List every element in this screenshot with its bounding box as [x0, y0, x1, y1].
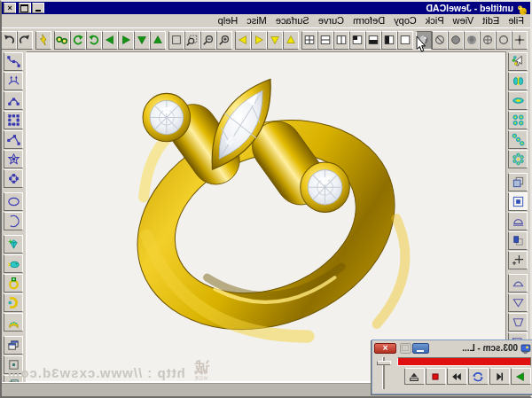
menu-item-deform[interactable]: Deform [348, 14, 389, 27]
ring-stone-button[interactable] [4, 274, 24, 293]
player-minimize-button[interactable] [412, 343, 429, 354]
pan-up-yellow-button[interactable] [283, 31, 299, 50]
edit-box-icon [7, 113, 20, 127]
rotate-up-green-button[interactable] [150, 31, 166, 50]
arc-button[interactable] [4, 212, 24, 230]
container-box-button[interactable] [509, 192, 528, 211]
viewport-canvas[interactable] [26, 51, 506, 382]
zoom-window-icon [186, 34, 199, 46]
player-window[interactable]: 003.scm - L... × [372, 339, 532, 394]
split-vertical-button[interactable] [333, 31, 349, 50]
zoom-extents-button[interactable] [168, 31, 184, 50]
split-quad-button[interactable] [301, 31, 317, 50]
circle-slash-button[interactable] [432, 31, 448, 50]
point-crosshair-button[interactable] [512, 31, 528, 50]
player-eject-button[interactable] [404, 368, 425, 385]
ellipse-button[interactable] [4, 192, 24, 211]
zoom-in-button[interactable] [216, 31, 232, 50]
menu-item-help[interactable]: Help [214, 14, 243, 27]
rotate-down-green-button[interactable] [134, 31, 150, 50]
player-loop-button[interactable] [468, 368, 489, 385]
pan-left-yellow-button[interactable] [251, 31, 267, 50]
menu-item-view[interactable]: View [449, 14, 479, 27]
player-skip-start-button[interactable] [489, 368, 510, 385]
viewport-right-button[interactable] [381, 31, 397, 50]
window-overlap-button[interactable] [4, 375, 24, 382]
window-cascade-icon [7, 339, 20, 352]
menu-item-copy[interactable]: Copy [389, 14, 421, 27]
player-transport [395, 368, 532, 385]
curve-tangent-button[interactable] [4, 72, 24, 90]
title-bar[interactable]: untitled - JewelCAD × [2, 2, 530, 14]
shape-dome-button[interactable] [509, 274, 528, 293]
undo-button[interactable] [17, 31, 33, 50]
gem-pair-button[interactable] [509, 72, 528, 90]
curve-freeform-button[interactable] [4, 52, 24, 71]
menu-item-edit[interactable]: Edit [478, 14, 504, 27]
menu-item-curve[interactable]: Curve [314, 14, 348, 27]
copy-object-button[interactable] [509, 173, 528, 191]
pan-down-yellow-button[interactable] [267, 31, 283, 50]
player-stop-button[interactable] [426, 368, 446, 385]
rotate-up-green-icon [152, 34, 164, 46]
gem-flat-button[interactable] [509, 91, 528, 110]
player-progress-bar[interactable] [397, 357, 531, 366]
close-button[interactable]: × [4, 3, 16, 13]
view-glasses-button[interactable] [54, 31, 70, 50]
menu-item-surface[interactable]: Surface [271, 14, 314, 27]
gem-circle-button[interactable] [509, 150, 528, 168]
volume-thumb[interactable] [377, 361, 391, 365]
point-add-button[interactable] [509, 251, 528, 269]
player-fast-forward-button[interactable] [447, 368, 467, 385]
pan-right-yellow-button[interactable] [235, 31, 251, 50]
maximize-button[interactable] [19, 3, 31, 13]
shape-trapezoid-button[interactable] [509, 313, 528, 332]
ring-shank-button[interactable] [4, 293, 24, 312]
gem-flat-icon [512, 94, 525, 107]
player-volume-slider[interactable] [372, 355, 395, 393]
rotate-right-green-button[interactable] [102, 31, 118, 50]
redo-button[interactable] [1, 31, 17, 50]
sphere-shaded-mesh-button[interactable] [464, 31, 480, 50]
viewport-single-button[interactable] [397, 31, 413, 50]
gem-diagonal-button[interactable] [509, 130, 528, 149]
orbit-cw-button[interactable] [70, 31, 86, 50]
snap-lightning-button[interactable] [35, 31, 51, 50]
player-maximize-button[interactable] [400, 343, 411, 354]
menu-item-pick[interactable]: Pick [421, 14, 449, 27]
render-shaded-button[interactable] [416, 31, 432, 50]
window-cascade-button[interactable] [4, 336, 24, 355]
window-center-button[interactable] [4, 355, 24, 374]
fish-model-button[interactable] [4, 254, 24, 273]
curve-points-button[interactable] [4, 91, 24, 110]
player-title-bar[interactable]: 003.scm - L... × [372, 340, 532, 355]
minimize-button[interactable] [32, 3, 44, 13]
gem-grid-button[interactable] [509, 111, 528, 129]
polyline-button[interactable] [4, 130, 24, 149]
circle-cross-button[interactable] [480, 31, 496, 50]
split-horizontal-button[interactable] [317, 31, 333, 50]
circle-points-button[interactable] [4, 169, 24, 188]
viewport-bottom-button[interactable] [365, 31, 381, 50]
player-close-button[interactable]: × [374, 343, 396, 354]
player-play-button[interactable] [511, 368, 531, 385]
circle-solid-button[interactable] [448, 31, 464, 50]
gear-profile-button[interactable] [4, 150, 24, 168]
fish-model-icon [7, 257, 20, 270]
gem-stone-button[interactable] [4, 235, 24, 254]
zoom-out-button[interactable] [200, 31, 216, 50]
ring-band-button[interactable] [4, 313, 24, 332]
object-box-button[interactable] [509, 231, 528, 250]
gem-pick-button[interactable] [509, 52, 528, 71]
orbit-ccw-button[interactable] [86, 31, 102, 50]
protractor-button[interactable] [509, 212, 528, 230]
shape-triangle-button[interactable] [509, 293, 528, 312]
edit-box-button[interactable] [4, 111, 24, 129]
rotate-left-green-button[interactable] [118, 31, 134, 50]
viewport-active-button[interactable] [349, 31, 365, 50]
menu-item-misc[interactable]: Misc [242, 14, 271, 27]
circle-outline-button[interactable] [496, 31, 512, 50]
menu-item-file[interactable]: File [504, 14, 528, 27]
zoom-window-button[interactable] [184, 31, 200, 50]
polyline-icon [7, 133, 20, 146]
